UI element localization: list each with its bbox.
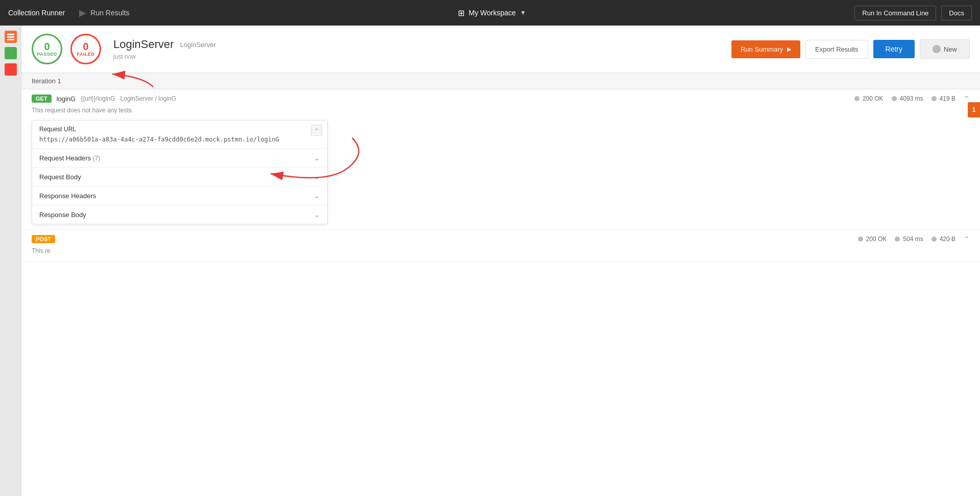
retry-button[interactable]: Retry bbox=[873, 40, 915, 58]
detail-url-value: https://a06b501a-a83a-4a4c-a274-fa9cdd0c… bbox=[39, 136, 320, 143]
header-row: 0 PASSED 0 FAILED LoginServer LoginServe… bbox=[21, 26, 980, 73]
post-size-stat: 420 B bbox=[932, 235, 955, 243]
request-headers-count: (7) bbox=[93, 155, 101, 162]
sidebar-icon-green[interactable] bbox=[5, 47, 17, 59]
main-content: 0 PASSED 0 FAILED LoginServer LoginServe… bbox=[21, 26, 980, 496]
workspace-grid-icon: ⊞ bbox=[458, 8, 464, 18]
sidebar bbox=[0, 26, 21, 496]
collection-info: LoginServer LoginServer just now bbox=[113, 38, 731, 60]
passed-count: 0 bbox=[44, 41, 50, 52]
response-headers-label: Response Headers bbox=[39, 192, 96, 200]
failed-count: 0 bbox=[83, 41, 88, 52]
get-request-name[interactable]: loginG bbox=[57, 95, 76, 103]
iteration-label: Iteration 1 bbox=[32, 77, 61, 85]
top-navigation: Collection Runner ▶ Run Results ⊞ My Wor… bbox=[0, 0, 980, 26]
post-no-tests-message: This re bbox=[32, 243, 970, 256]
nav-separator-arrow: ▶ bbox=[79, 7, 86, 18]
post-status-stat: 200 OK bbox=[858, 235, 887, 243]
get-time-text: 4093 ms bbox=[900, 95, 923, 102]
request-body-section[interactable]: Request Body ⌄ bbox=[32, 168, 327, 186]
get-request-url: {{url}}/loginG bbox=[81, 95, 115, 102]
layers-line-1 bbox=[7, 34, 14, 35]
passed-circle: 0 PASSED bbox=[32, 34, 62, 64]
main-layout: 0 PASSED 0 FAILED LoginServer LoginServe… bbox=[0, 26, 980, 496]
nav-run-results[interactable]: Run Results bbox=[90, 9, 129, 17]
new-button[interactable]: New bbox=[920, 39, 970, 59]
response-body-label: Response Body bbox=[39, 211, 86, 219]
get-status-text: 200 OK bbox=[863, 95, 884, 102]
request-body-chevron-icon: ⌄ bbox=[314, 173, 320, 181]
post-time-stat: 504 ms bbox=[895, 235, 923, 243]
post-status-text: 200 OK bbox=[866, 235, 887, 243]
post-request-row: POST 200 OK 504 ms 420 B ⌃ bbox=[21, 230, 980, 262]
get-request-top: GET loginG {{url}}/loginG LoginServer / … bbox=[32, 95, 970, 103]
get-request-row: GET loginG {{url}}/loginG LoginServer / … bbox=[21, 89, 980, 230]
new-toggle-knob bbox=[933, 45, 941, 53]
get-request-path: LoginServer / loginG bbox=[120, 95, 176, 102]
request-body-label: Request Body bbox=[39, 173, 81, 181]
header-actions: Run Summary ▶ Export Results Retry New bbox=[731, 39, 970, 59]
run-command-line-button[interactable]: Run In Command Line bbox=[854, 6, 936, 20]
nav-collection-runner[interactable]: Collection Runner bbox=[8, 9, 75, 17]
run-summary-arrow-icon: ▶ bbox=[787, 46, 791, 53]
collection-tag: LoginServer bbox=[180, 41, 216, 49]
sidebar-icon-red[interactable] bbox=[5, 63, 17, 76]
get-size-stat: 419 B bbox=[932, 95, 955, 102]
post-request-top: POST 200 OK 504 ms 420 B ⌃ bbox=[32, 235, 970, 243]
new-label: New bbox=[944, 45, 957, 53]
nav-center: ⊞ My Workspace ▼ bbox=[458, 8, 526, 18]
collection-name: LoginServer bbox=[113, 38, 174, 51]
response-headers-chevron-icon: ⌄ bbox=[314, 192, 320, 200]
request-detail-panel: Request URL https://a06b501a-a83a-4a4c-a… bbox=[32, 120, 328, 224]
collection-time: just now bbox=[113, 53, 731, 60]
run-summary-button[interactable]: Run Summary ▶ bbox=[731, 40, 800, 58]
workspace-dropdown-icon[interactable]: ▼ bbox=[520, 9, 526, 16]
run-summary-label: Run Summary bbox=[741, 45, 783, 53]
post-status-dot bbox=[858, 237, 863, 242]
collection-title: LoginServer LoginServer bbox=[113, 38, 731, 51]
post-time-dot bbox=[895, 237, 900, 242]
post-size-dot bbox=[932, 237, 937, 242]
get-request-stats: 200 OK 4093 ms 419 B ⌃ bbox=[854, 95, 970, 103]
layers-line-2 bbox=[7, 36, 14, 38]
post-request-stats: 200 OK 504 ms 420 B ⌃ bbox=[858, 235, 970, 243]
detail-scroll-up-button[interactable]: ⌃ bbox=[311, 125, 322, 136]
response-headers-section[interactable]: Response Headers ⌄ bbox=[32, 186, 327, 205]
request-headers-section[interactable]: Request Headers (7) ⌄ bbox=[32, 149, 327, 168]
docs-button[interactable]: Docs bbox=[941, 6, 972, 20]
get-size-dot bbox=[932, 96, 937, 101]
layers-line-3 bbox=[7, 39, 14, 40]
sidebar-icon-layers[interactable] bbox=[5, 31, 17, 43]
get-time-stat: 4093 ms bbox=[892, 95, 923, 102]
get-no-tests-message: This request does not have any tests. bbox=[32, 103, 970, 116]
workspace-label[interactable]: My Workspace bbox=[469, 9, 516, 17]
stats-circles: 0 PASSED 0 FAILED bbox=[32, 34, 101, 64]
passed-label: PASSED bbox=[37, 52, 57, 57]
get-status-dot bbox=[854, 96, 860, 101]
failed-circle: 0 FAILED bbox=[70, 34, 101, 64]
get-collapse-button[interactable]: ⌃ bbox=[964, 95, 970, 103]
detail-url-section: Request URL https://a06b501a-a83a-4a4c-a… bbox=[32, 121, 327, 149]
get-time-dot bbox=[892, 96, 897, 101]
detail-url-label: Request URL bbox=[39, 126, 320, 133]
right-badge[interactable]: 1 bbox=[968, 102, 980, 117]
get-method-badge: GET bbox=[32, 95, 52, 103]
post-size-text: 420 B bbox=[940, 235, 955, 243]
post-time-text: 504 ms bbox=[903, 235, 923, 243]
post-method-badge: POST bbox=[32, 235, 55, 243]
get-status-stat: 200 OK bbox=[854, 95, 884, 102]
post-collapse-button[interactable]: ⌃ bbox=[964, 235, 970, 243]
nav-right-actions: Run In Command Line Docs bbox=[854, 6, 972, 20]
export-results-button[interactable]: Export Results bbox=[805, 40, 868, 59]
failed-label: FAILED bbox=[77, 52, 94, 57]
response-body-chevron-icon: ⌄ bbox=[314, 210, 320, 219]
request-headers-label: Request Headers (7) bbox=[39, 154, 100, 162]
get-size-text: 419 B bbox=[940, 95, 955, 102]
request-headers-chevron-icon: ⌄ bbox=[314, 154, 320, 162]
response-body-section[interactable]: Response Body ⌄ bbox=[32, 205, 327, 224]
iteration-header: Iteration 1 bbox=[21, 73, 980, 89]
